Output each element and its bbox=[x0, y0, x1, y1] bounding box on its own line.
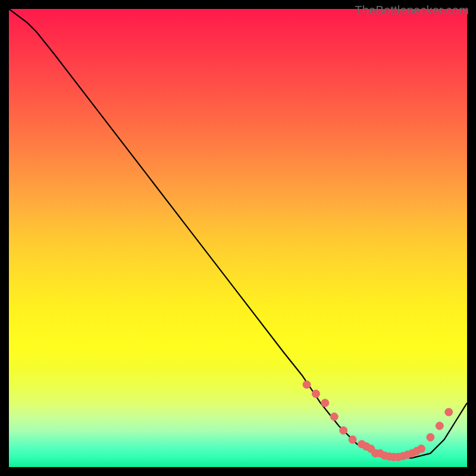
data-marker bbox=[330, 413, 338, 421]
chart-svg bbox=[9, 9, 467, 467]
data-marker bbox=[445, 408, 453, 416]
watermark-text: TheBottlenecker.com bbox=[355, 4, 469, 17]
data-marker bbox=[436, 422, 443, 430]
chart-plot-area bbox=[9, 9, 467, 467]
data-marker bbox=[418, 445, 425, 453]
gradient-background bbox=[9, 9, 467, 467]
data-marker bbox=[349, 436, 356, 443]
data-marker bbox=[312, 390, 320, 397]
data-marker bbox=[427, 433, 434, 441]
data-marker bbox=[303, 381, 311, 389]
data-marker bbox=[321, 399, 329, 407]
data-marker bbox=[340, 427, 347, 434]
